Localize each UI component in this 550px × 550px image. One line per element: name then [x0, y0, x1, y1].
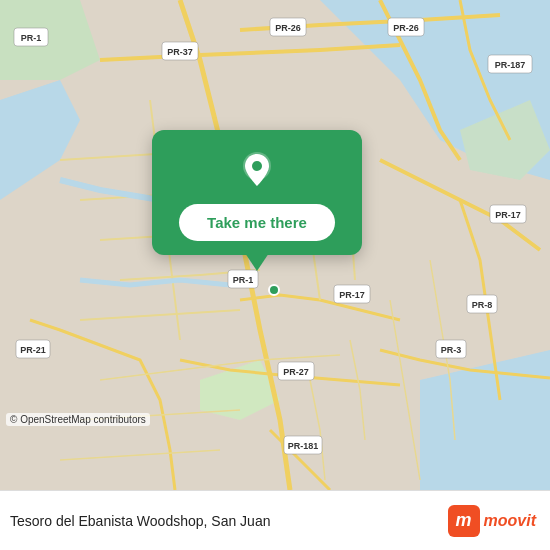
location-name: Tesoro del Ebanista Woodshop, San Juan	[10, 513, 270, 529]
svg-text:PR-1: PR-1	[233, 275, 254, 285]
svg-text:PR-3: PR-3	[441, 345, 462, 355]
svg-point-29	[252, 161, 262, 171]
svg-text:PR-26: PR-26	[393, 23, 419, 33]
svg-point-27	[269, 285, 279, 295]
map-container: PR-1 PR-37 PR-26 PR-26 PR-187 PR-17 PR-1…	[0, 0, 550, 490]
svg-text:PR-27: PR-27	[283, 367, 309, 377]
svg-text:PR-181: PR-181	[288, 441, 319, 451]
svg-text:PR-26: PR-26	[275, 23, 301, 33]
moovit-text: moovit	[484, 512, 536, 530]
location-pin-icon	[235, 148, 279, 192]
svg-text:PR-17: PR-17	[339, 290, 365, 300]
svg-text:PR-1: PR-1	[21, 33, 42, 43]
svg-text:PR-187: PR-187	[495, 60, 526, 70]
svg-text:PR-17: PR-17	[495, 210, 521, 220]
moovit-logo: m moovit	[448, 505, 536, 537]
osm-credit: © OpenStreetMap contributors	[6, 413, 150, 426]
svg-text:PR-37: PR-37	[167, 47, 193, 57]
take-me-there-button[interactable]: Take me there	[179, 204, 335, 241]
bottom-bar: Tesoro del Ebanista Woodshop, San Juan m…	[0, 490, 550, 550]
svg-text:PR-8: PR-8	[472, 300, 493, 310]
svg-text:PR-21: PR-21	[20, 345, 46, 355]
moovit-m-letter: m	[448, 505, 480, 537]
popup-card: Take me there	[152, 130, 362, 255]
